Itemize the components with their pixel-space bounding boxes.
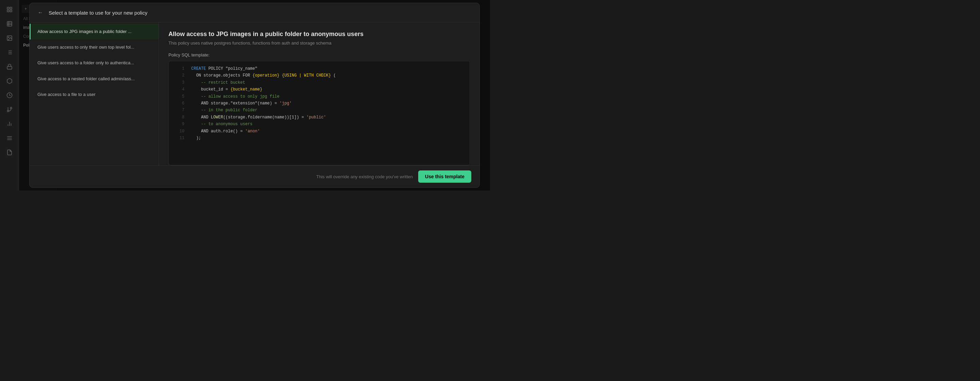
code-line-3: 3 -- restrict bucket: [169, 79, 469, 86]
svg-point-9: [8, 37, 9, 37]
sidebar-icon-package[interactable]: [3, 75, 16, 87]
modal-header: ← Select a template to use for your new …: [30, 3, 479, 22]
code-line-4: 4 bucket_id = {bucket_name}: [169, 86, 469, 93]
code-line-10: 10 AND auth.role() = 'anon': [169, 128, 469, 135]
template-item-auth-folder[interactable]: Give users access to a folder only to au…: [30, 55, 159, 71]
code-line-2: 2 ON storage.objects FOR {operation} {US…: [169, 72, 469, 79]
template-detail: Allow access to JPG images in a public f…: [159, 22, 479, 165]
svg-rect-0: [7, 7, 9, 9]
sidebar-icon-lock[interactable]: [3, 60, 16, 73]
template-detail-desc: This policy uses native postgres functio…: [169, 40, 470, 46]
modal-title: Select a template to use for your new po…: [49, 10, 147, 16]
code-line-8: 8 AND LOWER((storage.foldername(name))[1…: [169, 114, 469, 121]
template-detail-title: Allow access to JPG images in a public f…: [169, 31, 470, 38]
use-template-button[interactable]: Use this template: [418, 170, 471, 183]
sidebar-icon-list[interactable]: [3, 46, 16, 59]
code-line-9: 9 -- to anonymous users: [169, 121, 469, 127]
svg-rect-16: [7, 66, 12, 69]
svg-point-19: [10, 107, 12, 109]
modal-body: Allow access to JPG images in a public f…: [30, 22, 479, 165]
template-modal: ← Select a template to use for your new …: [29, 3, 480, 188]
template-item-top-level[interactable]: Give users access to only their own top …: [30, 40, 159, 55]
sidebar-icon-home[interactable]: [3, 3, 16, 16]
code-line-11: 11 );: [169, 135, 469, 141]
sidebar-icon-image[interactable]: [3, 32, 16, 44]
sidebar-icon-clock[interactable]: [3, 89, 16, 102]
sidebar-icon-menu[interactable]: [3, 132, 16, 144]
code-line-1: 1 CREATE POLICY "policy_name": [169, 65, 469, 72]
back-button[interactable]: ←: [37, 8, 45, 17]
svg-point-20: [7, 110, 9, 112]
code-block[interactable]: 1 CREATE POLICY "policy_name" 2 ON stora…: [169, 61, 470, 165]
sidebar-icon-table[interactable]: [3, 18, 16, 30]
template-list: Allow access to JPG images in a public f…: [30, 22, 159, 165]
sidebar-icon-file[interactable]: [3, 146, 16, 159]
code-line-7: 7 -- in the public folder: [169, 107, 469, 114]
svg-rect-1: [10, 7, 11, 9]
code-line-5: 5 -- allow access to only jpg file: [169, 93, 469, 100]
svg-rect-4: [7, 21, 12, 26]
svg-rect-2: [7, 10, 9, 12]
template-code-label: Policy SQL template:: [169, 52, 470, 57]
modal-footer: This will override any existing code you…: [30, 165, 479, 187]
sidebar-icon-git[interactable]: [3, 103, 16, 116]
footer-hint: This will override any existing code you…: [317, 174, 413, 179]
sidebar-icon-chart[interactable]: [3, 118, 16, 130]
svg-rect-3: [10, 10, 11, 12]
template-item-nested-admin[interactable]: Give access to a nested folder called ad…: [30, 71, 159, 87]
sidebar: [0, 0, 19, 190]
template-item-file-user[interactable]: Give access to a file to a user: [30, 87, 159, 102]
template-item-jpg-public[interactable]: Allow access to JPG images in a public f…: [30, 24, 159, 40]
code-line-6: 6 AND storage."extension"(name) = 'jpg': [169, 100, 469, 107]
